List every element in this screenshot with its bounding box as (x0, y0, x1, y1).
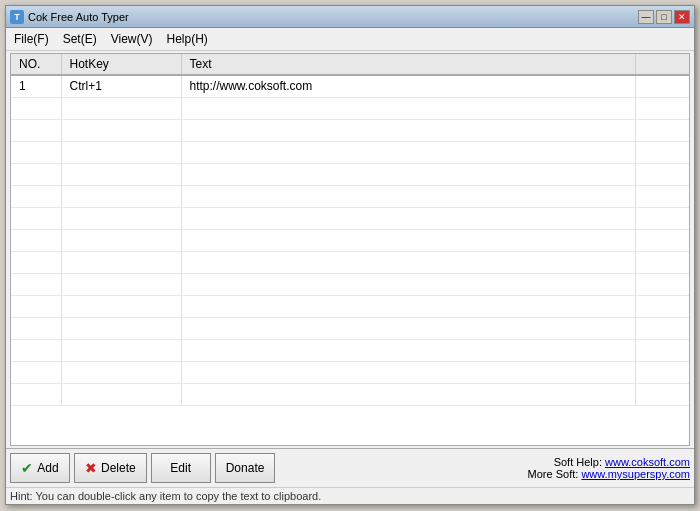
window-title: Cok Free Auto Typer (28, 11, 129, 23)
table-row[interactable] (11, 119, 689, 141)
soft-links: Soft Help: www.coksoft.com More Soft: ww… (528, 456, 690, 480)
edit-label: Edit (170, 461, 191, 475)
col-header-text: Text (181, 54, 635, 75)
table-row[interactable] (11, 339, 689, 361)
hint-text: Hint: You can double-click any item to c… (10, 490, 321, 502)
table-row[interactable] (11, 97, 689, 119)
delete-label: Delete (101, 461, 136, 475)
table-row[interactable] (11, 141, 689, 163)
row-hotkey: Ctrl+1 (61, 75, 181, 97)
maximize-button[interactable]: □ (656, 10, 672, 24)
soft-help-label: Soft Help: (554, 456, 602, 468)
menu-file[interactable]: File(F) (8, 30, 55, 48)
menu-help[interactable]: Help(H) (160, 30, 213, 48)
title-bar: T Cok Free Auto Typer — □ ✕ (6, 6, 694, 28)
soft-help-row: Soft Help: www.coksoft.com (528, 456, 690, 468)
more-soft-link[interactable]: www.mysuperspy.com (581, 468, 690, 480)
add-label: Add (37, 461, 58, 475)
hotkey-table: NO. HotKey Text 1 Ctrl+1 http://www.coks… (11, 54, 689, 406)
app-icon: T (10, 10, 24, 24)
table-row[interactable] (11, 251, 689, 273)
row-no: 1 (11, 75, 61, 97)
table-row[interactable] (11, 383, 689, 405)
minimize-button[interactable]: — (638, 10, 654, 24)
table-row[interactable] (11, 273, 689, 295)
table-row[interactable]: 1 Ctrl+1 http://www.coksoft.com (11, 75, 689, 97)
table-row[interactable] (11, 295, 689, 317)
more-soft-row: More Soft: www.mysuperspy.com (528, 468, 690, 480)
action-buttons: ✔ Add ✖ Delete Edit Donate Soft Help: ww… (10, 453, 690, 483)
table-row[interactable] (11, 229, 689, 251)
window-controls: — □ ✕ (638, 10, 690, 24)
col-header-hotkey: HotKey (61, 54, 181, 75)
more-soft-label: More Soft: (528, 468, 579, 480)
row-text: http://www.coksoft.com (181, 75, 635, 97)
close-button[interactable]: ✕ (674, 10, 690, 24)
table-header-row: NO. HotKey Text (11, 54, 689, 75)
x-icon: ✖ (85, 460, 97, 476)
data-table-container: NO. HotKey Text 1 Ctrl+1 http://www.coks… (10, 53, 690, 446)
table-row[interactable] (11, 361, 689, 383)
bottom-bar: ✔ Add ✖ Delete Edit Donate Soft Help: ww… (6, 448, 694, 487)
edit-button[interactable]: Edit (151, 453, 211, 483)
soft-help-link[interactable]: www.coksoft.com (605, 456, 690, 468)
donate-label: Donate (226, 461, 265, 475)
table-row[interactable] (11, 207, 689, 229)
main-window: T Cok Free Auto Typer — □ ✕ File(F) Set(… (5, 5, 695, 505)
hint-bar: Hint: You can double-click any item to c… (6, 487, 694, 504)
table-row[interactable] (11, 163, 689, 185)
menu-view[interactable]: View(V) (105, 30, 159, 48)
delete-button[interactable]: ✖ Delete (74, 453, 147, 483)
col-header-extra (635, 54, 689, 75)
col-header-no: NO. (11, 54, 61, 75)
add-button[interactable]: ✔ Add (10, 453, 70, 483)
table-row[interactable] (11, 185, 689, 207)
donate-button[interactable]: Donate (215, 453, 276, 483)
menu-bar: File(F) Set(E) View(V) Help(H) (6, 28, 694, 51)
row-extra (635, 75, 689, 97)
table-row[interactable] (11, 317, 689, 339)
menu-set[interactable]: Set(E) (57, 30, 103, 48)
check-icon: ✔ (21, 460, 33, 476)
